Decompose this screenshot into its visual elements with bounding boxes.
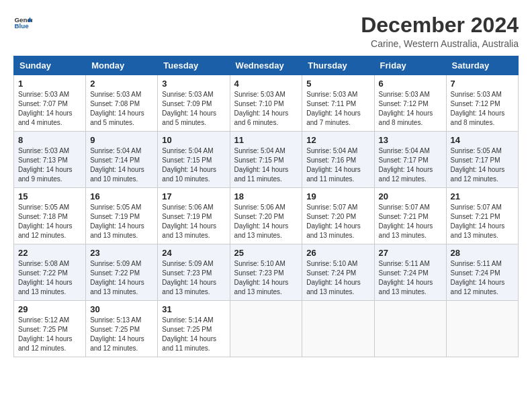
calendar-table: SundayMondayTuesdayWednesdayThursdayFrid…: [13, 56, 519, 357]
weekday-header: Sunday: [14, 56, 86, 75]
calendar-week-row: 1Sunrise: 5:03 AM Sunset: 7:07 PM Daylig…: [14, 75, 519, 132]
calendar-cell: [230, 301, 302, 357]
calendar-cell: 3Sunrise: 5:03 AM Sunset: 7:09 PM Daylig…: [158, 75, 230, 132]
weekday-header: Thursday: [302, 56, 374, 75]
svg-text:Blue: Blue: [14, 22, 29, 30]
calendar-cell: 7Sunrise: 5:03 AM Sunset: 7:12 PM Daylig…: [446, 75, 518, 132]
calendar-cell: [446, 301, 518, 357]
day-number: 30: [90, 304, 153, 314]
calendar-week-row: 29Sunrise: 5:12 AM Sunset: 7:25 PM Dayli…: [14, 301, 519, 357]
day-number: 12: [306, 135, 369, 145]
calendar-cell: 16Sunrise: 5:05 AM Sunset: 7:19 PM Dayli…: [86, 188, 158, 244]
weekday-header: Wednesday: [230, 56, 302, 75]
page-header: General Blue December 2024 Carine, Weste…: [13, 13, 519, 49]
calendar-cell: 20Sunrise: 5:07 AM Sunset: 7:21 PM Dayli…: [374, 188, 446, 244]
day-number: 15: [18, 191, 81, 201]
day-info: Sunrise: 5:14 AM Sunset: 7:25 PM Dayligh…: [162, 316, 225, 353]
month-title: December 2024: [361, 13, 519, 37]
day-number: 22: [18, 248, 81, 258]
day-number: 10: [162, 135, 225, 145]
calendar-cell: 24Sunrise: 5:09 AM Sunset: 7:23 PM Dayli…: [158, 244, 230, 301]
day-info: Sunrise: 5:04 AM Sunset: 7:17 PM Dayligh…: [379, 146, 442, 184]
calendar-cell: 11Sunrise: 5:04 AM Sunset: 7:15 PM Dayli…: [230, 132, 302, 188]
calendar-cell: 17Sunrise: 5:06 AM Sunset: 7:19 PM Dayli…: [158, 188, 230, 244]
day-number: 8: [18, 135, 81, 145]
day-info: Sunrise: 5:13 AM Sunset: 7:25 PM Dayligh…: [90, 316, 153, 353]
day-info: Sunrise: 5:03 AM Sunset: 7:09 PM Dayligh…: [162, 90, 225, 128]
day-info: Sunrise: 5:09 AM Sunset: 7:23 PM Dayligh…: [162, 259, 225, 297]
day-number: 2: [90, 79, 153, 89]
day-number: 26: [306, 248, 369, 258]
day-number: 28: [451, 248, 514, 258]
day-info: Sunrise: 5:06 AM Sunset: 7:20 PM Dayligh…: [234, 203, 298, 240]
day-number: 4: [234, 79, 298, 89]
calendar-cell: 23Sunrise: 5:09 AM Sunset: 7:22 PM Dayli…: [86, 244, 158, 301]
weekday-header: Monday: [86, 56, 158, 75]
weekday-header: Friday: [374, 56, 446, 75]
calendar-cell: 10Sunrise: 5:04 AM Sunset: 7:15 PM Dayli…: [158, 132, 230, 188]
title-block: December 2024 Carine, Western Australia,…: [361, 13, 519, 49]
day-number: 19: [306, 191, 369, 201]
calendar-header-row: SundayMondayTuesdayWednesdayThursdayFrid…: [14, 56, 519, 75]
day-info: Sunrise: 5:03 AM Sunset: 7:07 PM Dayligh…: [18, 90, 81, 128]
day-info: Sunrise: 5:03 AM Sunset: 7:08 PM Dayligh…: [90, 90, 153, 128]
calendar-cell: 12Sunrise: 5:04 AM Sunset: 7:16 PM Dayli…: [302, 132, 374, 188]
day-info: Sunrise: 5:05 AM Sunset: 7:17 PM Dayligh…: [451, 146, 514, 184]
day-number: 16: [90, 191, 153, 201]
calendar-cell: 5Sunrise: 5:03 AM Sunset: 7:11 PM Daylig…: [302, 75, 374, 132]
day-number: 5: [306, 79, 369, 89]
weekday-header: Saturday: [446, 56, 518, 75]
day-number: 3: [162, 79, 225, 89]
calendar-cell: [302, 301, 374, 357]
calendar-cell: 25Sunrise: 5:10 AM Sunset: 7:23 PM Dayli…: [230, 244, 302, 301]
day-info: Sunrise: 5:03 AM Sunset: 7:12 PM Dayligh…: [379, 90, 442, 128]
logo-icon: General Blue: [13, 13, 32, 32]
day-info: Sunrise: 5:12 AM Sunset: 7:25 PM Dayligh…: [18, 316, 81, 353]
day-number: 27: [379, 248, 442, 258]
day-info: Sunrise: 5:08 AM Sunset: 7:22 PM Dayligh…: [18, 259, 81, 297]
day-number: 24: [162, 248, 225, 258]
day-info: Sunrise: 5:07 AM Sunset: 7:21 PM Dayligh…: [379, 203, 442, 240]
calendar-cell: 21Sunrise: 5:07 AM Sunset: 7:21 PM Dayli…: [446, 188, 518, 244]
day-info: Sunrise: 5:03 AM Sunset: 7:12 PM Dayligh…: [451, 90, 514, 128]
calendar-cell: 9Sunrise: 5:04 AM Sunset: 7:14 PM Daylig…: [86, 132, 158, 188]
day-info: Sunrise: 5:06 AM Sunset: 7:19 PM Dayligh…: [162, 203, 225, 240]
day-info: Sunrise: 5:03 AM Sunset: 7:13 PM Dayligh…: [18, 146, 81, 184]
calendar-cell: 18Sunrise: 5:06 AM Sunset: 7:20 PM Dayli…: [230, 188, 302, 244]
day-number: 9: [90, 135, 153, 145]
day-info: Sunrise: 5:07 AM Sunset: 7:21 PM Dayligh…: [451, 203, 514, 240]
calendar-cell: 4Sunrise: 5:03 AM Sunset: 7:10 PM Daylig…: [230, 75, 302, 132]
day-info: Sunrise: 5:03 AM Sunset: 7:10 PM Dayligh…: [234, 90, 298, 128]
day-number: 21: [451, 191, 514, 201]
calendar-week-row: 15Sunrise: 5:05 AM Sunset: 7:18 PM Dayli…: [14, 188, 519, 244]
day-info: Sunrise: 5:05 AM Sunset: 7:18 PM Dayligh…: [18, 203, 81, 240]
calendar-cell: 14Sunrise: 5:05 AM Sunset: 7:17 PM Dayli…: [446, 132, 518, 188]
calendar-cell: 15Sunrise: 5:05 AM Sunset: 7:18 PM Dayli…: [14, 188, 86, 244]
day-number: 14: [451, 135, 514, 145]
calendar-cell: 30Sunrise: 5:13 AM Sunset: 7:25 PM Dayli…: [86, 301, 158, 357]
day-info: Sunrise: 5:09 AM Sunset: 7:22 PM Dayligh…: [90, 259, 153, 297]
day-number: 25: [234, 248, 298, 258]
calendar-cell: 1Sunrise: 5:03 AM Sunset: 7:07 PM Daylig…: [14, 75, 86, 132]
day-number: 18: [234, 191, 298, 201]
location-subtitle: Carine, Western Australia, Australia: [361, 38, 519, 49]
day-info: Sunrise: 5:11 AM Sunset: 7:24 PM Dayligh…: [379, 259, 442, 297]
day-number: 6: [379, 79, 442, 89]
day-info: Sunrise: 5:04 AM Sunset: 7:16 PM Dayligh…: [306, 146, 369, 184]
day-info: Sunrise: 5:04 AM Sunset: 7:15 PM Dayligh…: [162, 146, 225, 184]
calendar-cell: 26Sunrise: 5:10 AM Sunset: 7:24 PM Dayli…: [302, 244, 374, 301]
calendar-week-row: 8Sunrise: 5:03 AM Sunset: 7:13 PM Daylig…: [14, 132, 519, 188]
calendar-cell: 28Sunrise: 5:11 AM Sunset: 7:24 PM Dayli…: [446, 244, 518, 301]
calendar-cell: 29Sunrise: 5:12 AM Sunset: 7:25 PM Dayli…: [14, 301, 86, 357]
day-info: Sunrise: 5:04 AM Sunset: 7:15 PM Dayligh…: [234, 146, 298, 184]
day-info: Sunrise: 5:04 AM Sunset: 7:14 PM Dayligh…: [90, 146, 153, 184]
calendar-cell: 31Sunrise: 5:14 AM Sunset: 7:25 PM Dayli…: [158, 301, 230, 357]
calendar-cell: 13Sunrise: 5:04 AM Sunset: 7:17 PM Dayli…: [374, 132, 446, 188]
day-number: 1: [18, 79, 81, 89]
day-info: Sunrise: 5:03 AM Sunset: 7:11 PM Dayligh…: [306, 90, 369, 128]
day-number: 17: [162, 191, 225, 201]
calendar-cell: 22Sunrise: 5:08 AM Sunset: 7:22 PM Dayli…: [14, 244, 86, 301]
logo: General Blue: [13, 13, 32, 32]
calendar-cell: 2Sunrise: 5:03 AM Sunset: 7:08 PM Daylig…: [86, 75, 158, 132]
calendar-cell: [374, 301, 446, 357]
